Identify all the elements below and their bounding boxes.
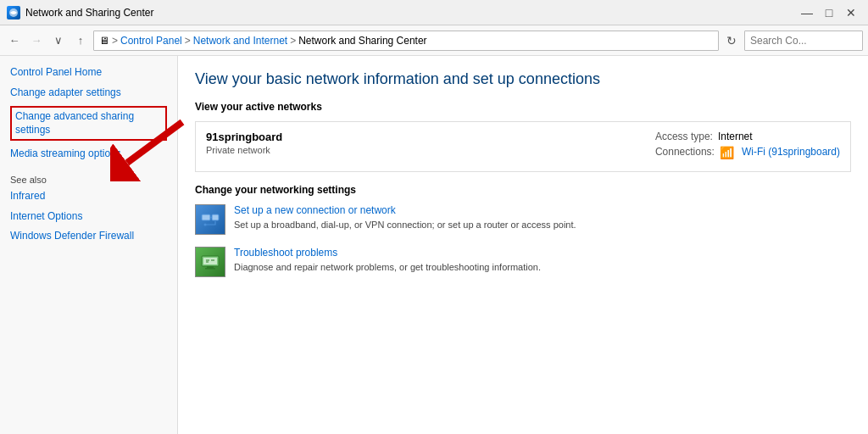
main-container: Control Panel Home Change adapter settin…	[0, 56, 868, 434]
refresh-button[interactable]: ↻	[722, 31, 741, 50]
content-area: View your basic network information and …	[178, 56, 868, 434]
svg-rect-3	[202, 214, 210, 220]
breadcrumb-os-icon: 🖥	[99, 35, 109, 47]
troubleshoot-text: Troubleshoot problems Diagnose and repai…	[234, 247, 851, 274]
network-name: 91springboard	[206, 131, 621, 143]
network-details: Access type: Internet Connections: 📶 Wi-…	[655, 131, 840, 163]
svg-rect-9	[207, 266, 214, 268]
connections-label: Connections:	[655, 146, 715, 159]
access-type-label: Access type:	[655, 131, 713, 142]
window-icon	[7, 6, 20, 19]
sidebar-item-change-adapter[interactable]: Change adapter settings	[10, 86, 167, 100]
close-button[interactable]: ✕	[841, 3, 861, 22]
search-box[interactable]: 🔍	[744, 31, 863, 51]
breadcrumb-control-panel[interactable]: Control Panel	[120, 35, 182, 47]
sidebar-item-media-streaming[interactable]: Media streaming options	[10, 147, 167, 161]
network-type: Private network	[206, 145, 621, 155]
access-type-value: Internet	[718, 131, 753, 142]
svg-rect-8	[203, 258, 217, 264]
window-title: Network and Sharing Center	[25, 7, 153, 19]
active-networks-title: View your active networks	[195, 101, 851, 113]
new-connection-text: Set up a new connection or network Set u…	[234, 204, 851, 231]
connections-value[interactable]: Wi-Fi (91springboard)	[742, 146, 840, 159]
svg-point-6	[204, 224, 207, 226]
troubleshoot-desc: Diagnose and repair network problems, or…	[234, 262, 541, 272]
address-bar: ← → ∨ ↑ 🖥 > Control Panel > Network and …	[0, 25, 868, 56]
window-controls: — □ ✕	[797, 3, 861, 22]
sidebar-item-internet-options[interactable]: Internet Options	[10, 210, 167, 224]
svg-rect-10	[205, 268, 215, 270]
breadcrumb-network-internet[interactable]: Network and Internet	[193, 35, 287, 47]
new-connection-link[interactable]: Set up a new connection or network	[234, 204, 851, 216]
svg-rect-4	[212, 214, 219, 220]
see-also-title: See also	[10, 175, 167, 185]
troubleshoot-icon	[195, 247, 225, 277]
new-connection-desc: Set up a broadband, dial-up, or VPN conn…	[234, 220, 576, 230]
back-button[interactable]: ←	[5, 31, 24, 50]
troubleshoot-link[interactable]: Troubleshoot problems	[234, 247, 851, 259]
access-type-row: Access type: Internet	[655, 131, 840, 142]
network-info: 91springboard Private network	[206, 131, 621, 155]
new-connection-icon	[195, 204, 225, 235]
sidebar: Control Panel Home Change adapter settin…	[0, 56, 178, 434]
sidebar-item-windows-defender[interactable]: Windows Defender Firewall	[10, 230, 167, 243]
minimize-button[interactable]: —	[797, 3, 817, 22]
wifi-icon: 📶	[720, 146, 734, 159]
connections-row: Connections: 📶 Wi-Fi (91springboard)	[655, 146, 840, 159]
setting-new-connection: Set up a new connection or network Set u…	[195, 204, 851, 235]
sidebar-item-infrared[interactable]: Infrared	[10, 190, 167, 203]
setting-troubleshoot: Troubleshoot problems Diagnose and repai…	[195, 247, 851, 277]
breadcrumb-current: Network and Sharing Center	[298, 35, 426, 47]
maximize-button[interactable]: □	[819, 3, 839, 22]
page-title: View your basic network information and …	[195, 70, 851, 89]
sidebar-item-change-advanced[interactable]: Change advanced sharing settings	[10, 106, 167, 141]
search-input[interactable]	[750, 35, 868, 47]
recent-button[interactable]: ∨	[49, 31, 68, 50]
network-card: 91springboard Private network Access typ…	[195, 121, 851, 172]
title-bar: Network and Sharing Center — □ ✕	[0, 0, 868, 25]
breadcrumb-bar: 🖥 > Control Panel > Network and Internet…	[93, 31, 719, 51]
networking-settings-title: Change your networking settings	[195, 184, 851, 196]
up-button[interactable]: ↑	[71, 31, 90, 50]
forward-button[interactable]: →	[27, 31, 46, 50]
sidebar-item-control-panel-home[interactable]: Control Panel Home	[10, 66, 167, 80]
networking-settings: Change your networking settings Set up a…	[195, 184, 851, 277]
